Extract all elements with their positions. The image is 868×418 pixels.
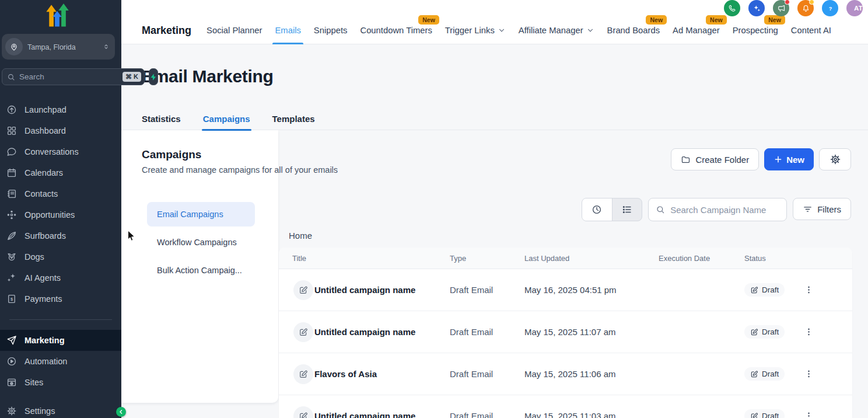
header-actions: ? AT bbox=[724, 0, 863, 16]
table-row[interactable]: Flavors of Asia Draft Email May 15, 2025… bbox=[279, 353, 852, 395]
sidebar-item-label: AI Agents bbox=[24, 273, 61, 283]
status-badge[interactable]: Draft bbox=[744, 367, 785, 381]
nav-item[interactable]: Prospecting New bbox=[733, 16, 778, 44]
svg-text:?: ? bbox=[828, 5, 832, 11]
nav-item-label: Trigger Links bbox=[445, 26, 495, 35]
edit-icon bbox=[299, 285, 308, 295]
sidebar-item[interactable]: Marketing bbox=[0, 330, 121, 351]
nav-item[interactable]: Content AI bbox=[791, 16, 831, 44]
campaign-type-item[interactable]: Email Campaigns bbox=[147, 202, 255, 227]
location-switcher[interactable]: Tampa, Florida bbox=[2, 34, 115, 60]
marketing-icon bbox=[6, 335, 17, 346]
row-menu-button[interactable] bbox=[800, 366, 817, 382]
campaign-type-item[interactable]: Workflow Campaigns bbox=[147, 230, 255, 255]
kebab-icon bbox=[804, 369, 814, 379]
sidebar-item[interactable]: Automation bbox=[0, 351, 121, 372]
recent-view-button[interactable] bbox=[582, 198, 612, 221]
page-tab[interactable]: Statistics bbox=[142, 108, 181, 130]
dashboard-icon bbox=[6, 126, 17, 136]
sidebar-item-label: Dashboard bbox=[24, 126, 66, 135]
campaign-title[interactable]: Flavors of Asia bbox=[314, 369, 450, 379]
status-badge[interactable]: Draft bbox=[744, 283, 785, 297]
top-header: Marketing Social Planner Emails Snippets… bbox=[121, 0, 868, 44]
announcements-button[interactable] bbox=[773, 0, 789, 16]
sidebar-item[interactable]: Surfboards bbox=[0, 225, 121, 246]
notification-dot bbox=[809, 0, 814, 5]
nav-item-label: Social Planner bbox=[206, 26, 262, 35]
nav-item[interactable]: Affiliate Manager bbox=[519, 16, 594, 44]
nav-item[interactable]: Emails bbox=[275, 16, 300, 44]
breadcrumb[interactable]: Home bbox=[289, 231, 312, 241]
page-tabs: Statistics Campaigns Templates bbox=[121, 108, 868, 130]
campaign-title[interactable]: Untitled campaign name bbox=[314, 411, 450, 418]
campaign-title[interactable]: Untitled campaign name bbox=[314, 327, 450, 337]
status-badge[interactable]: Draft bbox=[744, 325, 785, 339]
avatar-initials: AT bbox=[854, 5, 863, 12]
campaign-title[interactable]: Untitled campaign name bbox=[314, 285, 450, 295]
sidebar-nav: Launchpad Dashboard Conversations Calend… bbox=[0, 99, 121, 393]
quick-actions-button[interactable] bbox=[149, 68, 158, 85]
list-view-button[interactable] bbox=[612, 198, 642, 221]
opportunities-icon bbox=[6, 210, 17, 220]
status-badge[interactable]: Draft bbox=[744, 409, 785, 418]
new-campaign-button[interactable]: New bbox=[764, 148, 814, 170]
keyboard-shortcut-badge: ⌘ K bbox=[123, 72, 141, 82]
nav-item[interactable]: Countdown Timers New bbox=[360, 16, 432, 44]
filters-button[interactable]: Filters bbox=[793, 198, 851, 220]
nav-item-label: Emails bbox=[275, 26, 300, 35]
help-button[interactable]: ? bbox=[822, 0, 838, 16]
sidebar-item-settings[interactable]: Settings bbox=[0, 400, 121, 418]
sidebar-item[interactable]: Launchpad bbox=[0, 99, 121, 120]
gear-icon bbox=[6, 406, 17, 416]
page-title: Email Marketing bbox=[142, 67, 274, 86]
sidebar-search-input[interactable] bbox=[19, 72, 123, 81]
nav-item[interactable]: Social Planner bbox=[206, 16, 262, 44]
campaign-search[interactable] bbox=[648, 198, 787, 221]
notifications-button[interactable] bbox=[797, 0, 814, 16]
nav-item-label: Affiliate Manager bbox=[519, 26, 583, 35]
sidebar-item[interactable]: Opportunities bbox=[0, 204, 121, 225]
sidebar-item[interactable]: $ Payments bbox=[0, 288, 121, 309]
sidebar-collapse-button[interactable] bbox=[116, 407, 126, 417]
sidebar-item[interactable]: Dogs bbox=[0, 246, 121, 267]
launchpad-icon bbox=[6, 104, 17, 115]
row-menu-button[interactable] bbox=[800, 408, 817, 418]
chevron-up-down-icon bbox=[102, 43, 110, 51]
page-tab[interactable]: Campaigns bbox=[203, 108, 250, 130]
conversations-icon bbox=[6, 147, 17, 157]
sidebar-item[interactable]: Calendars bbox=[0, 162, 121, 183]
nav-item[interactable]: Ad Manager New bbox=[673, 16, 720, 44]
campaign-type-item[interactable]: Bulk Action Campaig... bbox=[147, 258, 255, 283]
row-menu-button[interactable] bbox=[800, 282, 817, 298]
dog-icon bbox=[6, 252, 17, 262]
sidebar-item[interactable]: Sites bbox=[0, 372, 121, 393]
new-badge: New bbox=[706, 15, 727, 25]
sidebar-item[interactable]: Contacts bbox=[0, 183, 121, 204]
chevron-down-icon bbox=[498, 26, 506, 34]
nav-item[interactable]: Brand Boards New bbox=[607, 16, 660, 44]
table-row[interactable]: Untitled campaign name Draft Email May 1… bbox=[279, 269, 852, 311]
nav-item-label: Countdown Timers bbox=[360, 26, 432, 35]
table-row[interactable]: Untitled campaign name Draft Email May 1… bbox=[279, 395, 852, 418]
sidebar: Tampa, Florida ⌘ K Launchpad Dashboard C bbox=[0, 0, 121, 418]
sidebar-search[interactable]: ⌘ K bbox=[2, 68, 145, 85]
ai-assistant-button[interactable] bbox=[748, 0, 765, 16]
campaigns-subtitle: Create and manage campaigns for all of y… bbox=[142, 165, 338, 175]
phone-button[interactable] bbox=[724, 0, 740, 16]
nav-item[interactable]: Snippets bbox=[314, 16, 348, 44]
campaign-settings-button[interactable] bbox=[819, 148, 851, 170]
sidebar-item[interactable]: Conversations bbox=[0, 141, 121, 162]
bell-icon bbox=[802, 4, 810, 13]
nav-item[interactable]: Trigger Links bbox=[445, 16, 506, 44]
campaign-last-updated: May 15, 2025 11:06 am bbox=[524, 369, 659, 379]
create-folder-button[interactable]: Create Folder bbox=[671, 148, 759, 170]
sidebar-item[interactable]: AI Agents bbox=[0, 267, 121, 288]
account-avatar[interactable]: AT bbox=[846, 0, 863, 16]
table-row[interactable]: Untitled campaign name Draft Email May 1… bbox=[279, 311, 852, 353]
sidebar-item[interactable]: Dashboard bbox=[0, 120, 121, 141]
campaign-search-input[interactable] bbox=[670, 205, 780, 215]
campaign-type: Draft Email bbox=[450, 411, 524, 418]
page-tab[interactable]: Templates bbox=[272, 108, 315, 130]
notification-dot bbox=[785, 0, 790, 5]
row-menu-button[interactable] bbox=[800, 324, 817, 340]
